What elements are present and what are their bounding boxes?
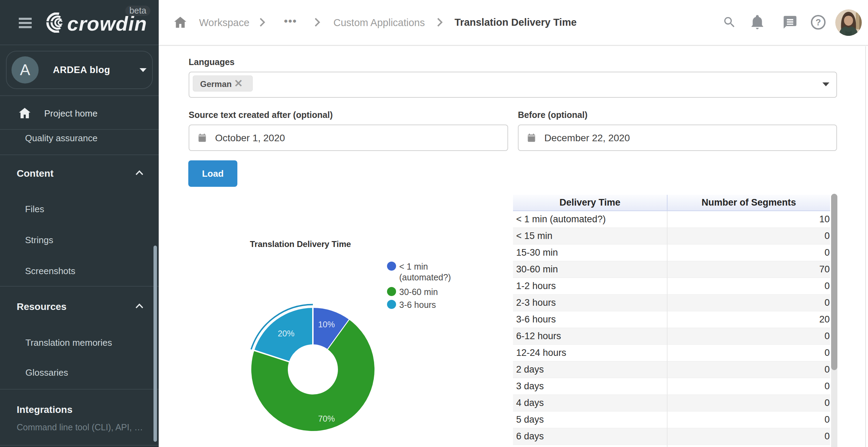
svg-text:?: ? [815, 17, 821, 27]
